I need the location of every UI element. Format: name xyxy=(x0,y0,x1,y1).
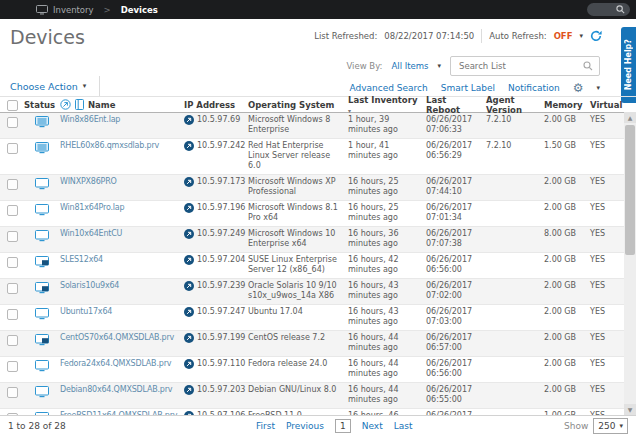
global-search-button[interactable] xyxy=(587,3,630,16)
gear-icon[interactable]: ⚙ xyxy=(573,82,584,94)
operating-system-text: Microsoft Windows XP Professional xyxy=(248,177,348,197)
device-name-link[interactable]: Solaris10u9x64 xyxy=(60,281,119,290)
device-name-link[interactable]: RHEL60x86.qmxsdlab.prv xyxy=(60,141,159,150)
device-name-link[interactable]: Ubuntu17x64 xyxy=(60,307,112,316)
advanced-search-link[interactable]: Advanced Search xyxy=(349,83,427,93)
device-name-link[interactable]: CentOS70x64.QMXSDLAB.prv xyxy=(60,333,174,342)
show-select[interactable]: 250 ▾ xyxy=(593,418,628,434)
notification-link[interactable]: Notification xyxy=(508,83,560,93)
column-header-ip[interactable]: IP Address xyxy=(184,100,248,110)
row-checkbox[interactable] xyxy=(7,179,18,190)
chevron-down-icon[interactable]: ▾ xyxy=(437,63,441,70)
memory-text: 2.00 GB xyxy=(544,307,590,317)
current-page-box[interactable]: 1 xyxy=(335,419,351,433)
view-by-dropdown[interactable]: All Items xyxy=(391,61,428,71)
memory-text: 2.00 GB xyxy=(544,177,590,187)
column-header-status[interactable]: Status xyxy=(24,100,60,110)
choose-action-label: Choose Action xyxy=(10,81,78,92)
last-inventory-text: 16 hours, 44 minutes ago xyxy=(348,333,426,353)
table-row: WINXPX86PRO10.5.97.173Microsoft Windows … xyxy=(0,175,636,201)
select-all-checkbox[interactable] xyxy=(7,100,18,111)
device-name-link[interactable]: SLES12x64 xyxy=(60,255,103,264)
search-list-box[interactable] xyxy=(450,56,600,76)
vertical-scrollbar[interactable]: ▲ ▼ xyxy=(624,112,636,415)
breadcrumb-devices[interactable]: Devices xyxy=(121,5,158,15)
column-header-name[interactable]: Name xyxy=(88,100,115,110)
last-reboot-text: 06/26/2017 06:56:29 xyxy=(426,141,486,161)
operating-system-text: Microsoft Windows 8 Enterprise xyxy=(248,115,348,135)
row-checkbox[interactable] xyxy=(7,205,18,216)
ip-action-icon[interactable] xyxy=(184,281,194,294)
ip-action-icon[interactable] xyxy=(184,359,194,372)
operating-system-text: SUSE Linux Enterprise Server 12 (x86_64) xyxy=(248,255,348,275)
auto-refresh-value[interactable]: OFF xyxy=(554,31,573,41)
row-checkbox[interactable] xyxy=(7,387,18,398)
refresh-icon[interactable] xyxy=(590,30,602,42)
column-header-memory[interactable]: Memory xyxy=(544,100,590,110)
search-input[interactable] xyxy=(457,60,583,72)
device-name-link[interactable]: Debian80x64.QMXSDLAB.prv xyxy=(60,385,172,394)
last-reboot-text: 06/26/2017 07:01:34 xyxy=(426,203,486,223)
last-reboot-text: 06/26/2017 07:44:10 xyxy=(426,177,486,197)
memory-text: 2.00 GB xyxy=(544,115,590,125)
ip-action-icon[interactable] xyxy=(184,115,194,128)
ip-action-icon[interactable] xyxy=(184,141,194,154)
ip-action-icon[interactable] xyxy=(184,255,194,268)
scrollbar-thumb[interactable] xyxy=(625,125,635,255)
memory-text: 8.00 GB xyxy=(544,229,590,239)
device-name-link[interactable]: Fedora24x64.QMXSDLAB.prv xyxy=(60,359,171,368)
last-inventory-text: 16 hours, 44 minutes ago xyxy=(348,359,426,379)
ip-action-icon[interactable] xyxy=(184,177,194,190)
last-inventory-text: 16 hours, 42 minutes ago xyxy=(348,255,426,275)
device-name-link[interactable]: Win81x64Pro.lap xyxy=(60,203,124,212)
chevron-down-icon[interactable]: ▾ xyxy=(579,33,583,40)
monitor-vm-icon xyxy=(35,256,49,271)
table-row: CentOS70x64.QMXSDLAB.prv10.5.97.199CentO… xyxy=(0,331,636,357)
device-name-link[interactable]: Win8x86Ent.lap xyxy=(60,115,120,124)
row-checkbox[interactable] xyxy=(7,309,18,320)
column-header-last-inventory[interactable]: Last Inventory ▾ xyxy=(348,95,426,115)
column-header-os[interactable]: Operating System xyxy=(248,100,348,110)
auto-refresh-label: Auto Refresh: xyxy=(489,31,546,41)
scroll-up-icon[interactable]: ▲ xyxy=(624,112,636,123)
virtual-text: YES xyxy=(590,115,624,125)
provision-icon[interactable] xyxy=(60,99,71,110)
page-title: Devices xyxy=(10,26,85,48)
last-reboot-text: 06/26/2017 07:02:00 xyxy=(426,281,486,301)
row-checkbox[interactable] xyxy=(7,117,18,128)
next-page-link[interactable]: Next xyxy=(362,421,383,431)
ip-action-icon[interactable] xyxy=(184,333,194,346)
scroll-down-icon[interactable]: ▼ xyxy=(624,404,636,415)
table-row: Fedora24x64.QMXSDLAB.prv10.5.97.110Fedor… xyxy=(0,357,636,383)
row-checkbox[interactable] xyxy=(7,361,18,372)
column-header-last-reboot[interactable]: Last Reboot xyxy=(426,95,486,115)
row-checkbox[interactable] xyxy=(7,283,18,294)
column-header-agent-version[interactable]: Agent Version xyxy=(486,95,544,115)
need-help-tab[interactable]: Need Help? xyxy=(621,27,636,103)
operating-system-text: CentOS release 7.2 xyxy=(248,333,348,343)
column-header-virtual[interactable]: Virtual xyxy=(590,100,624,110)
operating-system-text: Fedora release 24.0 xyxy=(248,359,348,369)
row-checkbox[interactable] xyxy=(7,335,18,346)
first-page-link[interactable]: First xyxy=(256,421,275,431)
breadcrumb-inventory[interactable]: Inventory xyxy=(53,5,94,15)
row-checkbox[interactable] xyxy=(7,231,18,242)
last-inventory-text: 1 hour, 41 minutes ago xyxy=(348,141,426,161)
virtual-text: YES xyxy=(590,359,624,369)
sort-descending-icon: ▾ xyxy=(348,107,351,114)
choose-action-button[interactable]: Choose Action ▾ xyxy=(10,81,86,92)
device-name-link[interactable]: WINXPX86PRO xyxy=(60,177,117,186)
memory-text: 2.00 GB xyxy=(544,255,590,265)
column-icon[interactable] xyxy=(75,99,84,110)
smart-label-link[interactable]: Smart Label xyxy=(441,83,495,93)
ip-action-icon[interactable] xyxy=(184,229,194,242)
row-checkbox[interactable] xyxy=(7,143,18,154)
device-name-link[interactable]: Win10x64EntCU xyxy=(60,229,122,238)
ip-action-icon[interactable] xyxy=(184,385,194,398)
ip-action-icon[interactable] xyxy=(184,203,194,216)
row-checkbox[interactable] xyxy=(7,257,18,268)
previous-page-link[interactable]: Previous xyxy=(286,421,324,431)
last-page-link[interactable]: Last xyxy=(394,421,413,431)
ip-action-icon[interactable] xyxy=(184,307,194,320)
chevron-down-icon[interactable]: ▾ xyxy=(596,85,600,92)
